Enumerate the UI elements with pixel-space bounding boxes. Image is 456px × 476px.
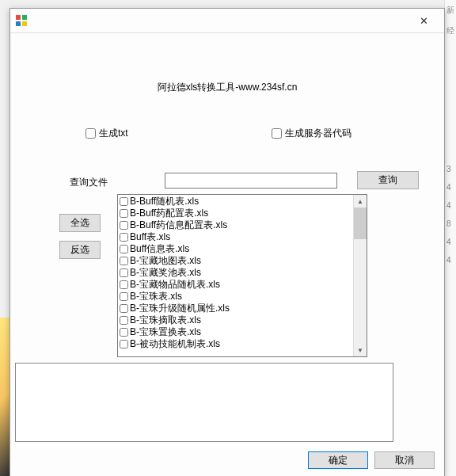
ok-button[interactable]: 确定 [308, 451, 368, 469]
checkbox-gen-txt[interactable]: 生成txt [86, 127, 128, 140]
list-item-checkbox[interactable] [120, 280, 128, 289]
list-item[interactable]: B-宝珠升级随机属性.xls [118, 303, 367, 314]
query-button[interactable]: 查询 [357, 171, 419, 189]
list-item-checkbox[interactable] [120, 316, 128, 325]
list-item[interactable]: Buff信息表.xls [118, 243, 367, 255]
checkbox-gen-server-input[interactable] [272, 128, 282, 139]
list-item-checkbox[interactable] [120, 257, 128, 265]
list-item-checkbox[interactable] [120, 209, 128, 218]
list-item-checkbox[interactable] [120, 233, 128, 242]
svg-rect-0 [16, 15, 21, 20]
titlebar: ✕ [10, 9, 444, 33]
dialog-title: 阿拉德xls转换工具-www.234sf.cn [10, 81, 444, 94]
list-item-checkbox[interactable] [120, 328, 128, 337]
scroll-up-button[interactable]: ▲ [354, 195, 367, 208]
checkbox-gen-server[interactable]: 生成服务器代码 [272, 127, 352, 140]
list-item-checkbox[interactable] [120, 292, 128, 301]
background-sidebar: 新 经 3 4 4 8 4 4 [444, 0, 456, 476]
scroll-thumb[interactable] [354, 208, 367, 239]
svg-rect-1 [22, 15, 27, 20]
cancel-button[interactable]: 取消 [374, 451, 435, 469]
list-item-checkbox[interactable] [120, 197, 128, 206]
dialog-window: ✕ 阿拉德xls转换工具-www.234sf.cn 生成txt 生成服务器代码 … [10, 8, 445, 476]
close-button[interactable]: ✕ [406, 10, 441, 32]
dialog-footer: 确定 取消 [10, 444, 444, 476]
list-item-label: B-被动技能机制表.xls [130, 337, 220, 351]
list-item[interactable]: B-宝珠摘取表.xls [118, 314, 367, 326]
list-item-checkbox[interactable] [120, 340, 128, 348]
query-label: 查询文件 [70, 176, 108, 189]
list-item[interactable]: B-宝珠表.xls [118, 291, 367, 303]
list-item-checkbox[interactable] [120, 268, 128, 277]
list-item[interactable]: B-Buff药信息配置表.xls [118, 219, 367, 231]
background-decoration [0, 318, 10, 476]
list-item[interactable]: B-宝珠置换表.xls [118, 326, 367, 338]
list-item[interactable]: B-宝藏地图表.xls [118, 255, 367, 267]
list-item-checkbox[interactable] [120, 245, 128, 253]
list-item[interactable]: B-被动技能机制表.xls [118, 338, 367, 350]
invert-selection-button[interactable]: 反选 [59, 241, 101, 259]
list-item[interactable]: B-Buff药配置表.xls [118, 208, 367, 219]
log-textarea[interactable] [15, 363, 393, 442]
list-item-checkbox[interactable] [120, 221, 128, 230]
checkbox-gen-txt-input[interactable] [86, 128, 96, 139]
list-item[interactable]: B-宝藏物品随机表.xls [118, 279, 367, 291]
checkbox-gen-txt-label: 生成txt [99, 127, 128, 140]
query-input[interactable] [165, 173, 337, 188]
list-item[interactable]: B-宝藏奖池表.xls [118, 267, 367, 279]
svg-rect-2 [16, 21, 21, 26]
list-item-checkbox[interactable] [120, 304, 128, 313]
app-icon [15, 14, 28, 27]
select-all-button[interactable]: 全选 [59, 214, 101, 232]
list-item[interactable]: Buff表.xls [118, 231, 367, 243]
checkbox-gen-server-label: 生成服务器代码 [285, 127, 352, 140]
list-item[interactable]: B-Buff随机表.xls [118, 196, 367, 208]
file-listbox[interactable]: B-Buff随机表.xlsB-Buff药配置表.xlsB-Buff药信息配置表.… [117, 194, 367, 357]
scroll-down-button[interactable]: ▼ [354, 344, 367, 356]
svg-rect-3 [22, 21, 27, 26]
scrollbar[interactable]: ▲ ▼ [353, 195, 367, 356]
